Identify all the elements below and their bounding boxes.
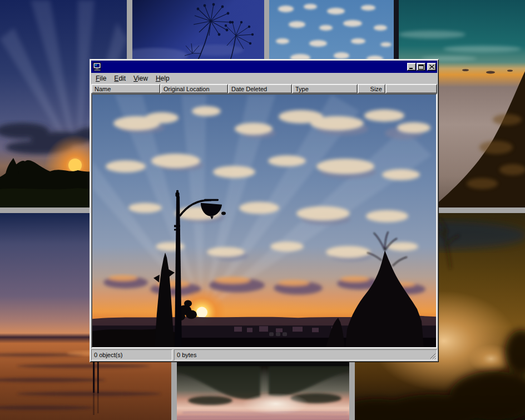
menu-help[interactable]: Help — [152, 74, 174, 83]
menu-help-accel: H — [156, 75, 161, 82]
menu-view-label: iew — [138, 75, 148, 82]
close-button[interactable] — [427, 63, 436, 71]
window-titlebar[interactable] — [91, 61, 437, 73]
close-icon — [429, 65, 434, 69]
column-header-date-deleted[interactable]: Date Deleted — [228, 84, 292, 93]
water-reflection-image — [177, 366, 349, 420]
desktop: { "window": { "title": "", "menu": [ {"a… — [0, 0, 525, 420]
menu-view[interactable]: View — [130, 74, 152, 83]
status-objects: 0 object(s) — [91, 349, 172, 360]
menu-edit-label: dit — [118, 75, 126, 82]
minimize-icon — [409, 65, 414, 70]
computer-icon — [93, 62, 102, 71]
file-list-viewport[interactable] — [92, 94, 437, 348]
menu-help-label: elp — [161, 75, 170, 82]
status-bytes: 0 bytes — [174, 349, 437, 360]
column-header-size[interactable]: Size — [358, 84, 385, 93]
resize-grip-icon[interactable] — [429, 352, 436, 359]
wallpaper-photo-water-reflection — [177, 366, 349, 420]
menu-bar: File Edit View Help — [91, 73, 437, 84]
file-list-area[interactable] — [91, 93, 437, 348]
menu-edit[interactable]: Edit — [110, 74, 130, 83]
maximize-icon — [418, 65, 424, 70]
column-header-empty[interactable] — [385, 84, 437, 93]
recycle-bin-window: File Edit View Help Name Original Locati… — [90, 59, 439, 362]
sunset-lamp-photo — [92, 95, 436, 347]
maximize-button[interactable] — [417, 63, 425, 71]
menu-file[interactable]: File — [92, 74, 110, 83]
column-header-type[interactable]: Type — [292, 84, 358, 93]
menu-view-accel: V — [133, 75, 138, 82]
status-bar: 0 object(s) 0 bytes — [91, 349, 437, 360]
column-header-row: Name Original Location Date Deleted Type… — [91, 84, 437, 93]
column-header-original-location[interactable]: Original Location — [160, 84, 228, 93]
minimize-button[interactable] — [407, 63, 416, 71]
column-header-name[interactable]: Name — [91, 84, 160, 93]
menu-file-label: ile — [100, 75, 106, 82]
